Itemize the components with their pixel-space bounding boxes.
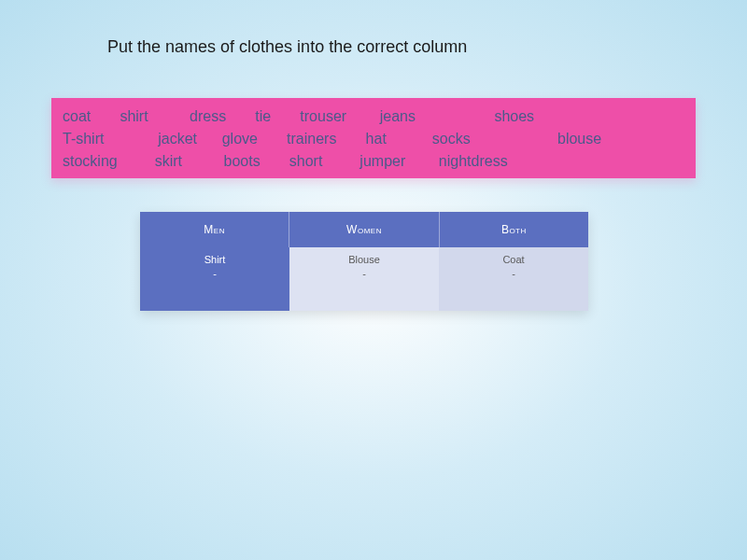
word: socks	[432, 128, 471, 150]
wordbank-row: stocking skirt boots short jumper nightd…	[63, 150, 684, 173]
word: blouse	[557, 128, 601, 150]
word: T-shirt	[63, 128, 104, 150]
word: glove	[222, 128, 258, 150]
word: trouser	[300, 105, 346, 128]
bullet: -	[439, 267, 588, 281]
word: stocking	[63, 150, 118, 173]
column-header-men: Men	[140, 212, 289, 247]
table-row: Shirt - Blouse - Coat -	[140, 247, 588, 311]
word: nightdress	[439, 150, 508, 173]
cell-both[interactable]: Coat -	[439, 247, 588, 311]
word: short	[289, 150, 323, 173]
word: boots	[224, 150, 261, 173]
categorize-table: Men Women Both Shirt - Blouse - Coat -	[140, 212, 588, 311]
word: jacket	[158, 128, 197, 150]
example-item: Blouse	[289, 253, 439, 267]
word: skirt	[155, 150, 182, 173]
column-header-women: Women	[289, 212, 439, 247]
bullet: -	[289, 267, 439, 281]
word-bank: coat shirt dress tie trouser jeans shoes…	[51, 98, 696, 178]
word: trainers	[287, 128, 336, 150]
word: shirt	[120, 105, 148, 128]
table-header-row: Men Women Both	[140, 212, 588, 247]
column-header-both: Both	[440, 212, 588, 247]
example-item: Coat	[439, 253, 588, 267]
wordbank-row: coat shirt dress tie trouser jeans shoes	[63, 105, 684, 128]
word: jumper	[359, 150, 405, 173]
cell-men[interactable]: Shirt -	[140, 247, 289, 311]
word: coat	[63, 105, 91, 128]
page-title: Put the names of clothes into the correc…	[107, 37, 467, 57]
word: tie	[255, 105, 271, 128]
word: hat	[366, 128, 387, 150]
word: dress	[190, 105, 226, 128]
bullet: -	[140, 267, 289, 281]
word: shoes	[494, 105, 534, 128]
example-item: Shirt	[140, 253, 289, 267]
cell-women[interactable]: Blouse -	[289, 247, 439, 311]
word: jeans	[380, 105, 416, 128]
wordbank-row: T-shirt jacket glove trainers hat socks …	[63, 128, 684, 150]
